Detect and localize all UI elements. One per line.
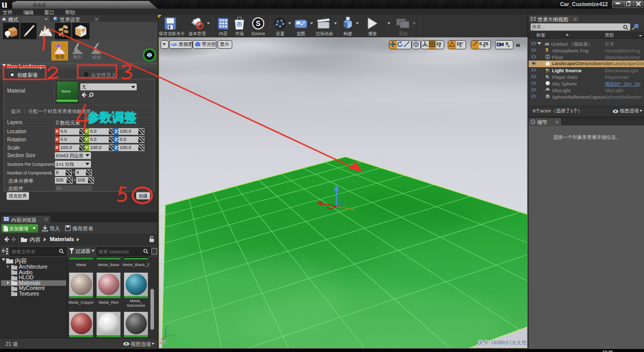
svg-text:z: z xyxy=(167,324,169,329)
svg-text:S: S xyxy=(256,19,260,27)
svg-text:i: i xyxy=(533,120,533,124)
svg-text:x: x xyxy=(160,340,162,345)
svg-text:关卡: Untitled (永久性): 关卡: Untitled (永久性) xyxy=(478,340,527,345)
svg-text:y: y xyxy=(174,332,176,337)
